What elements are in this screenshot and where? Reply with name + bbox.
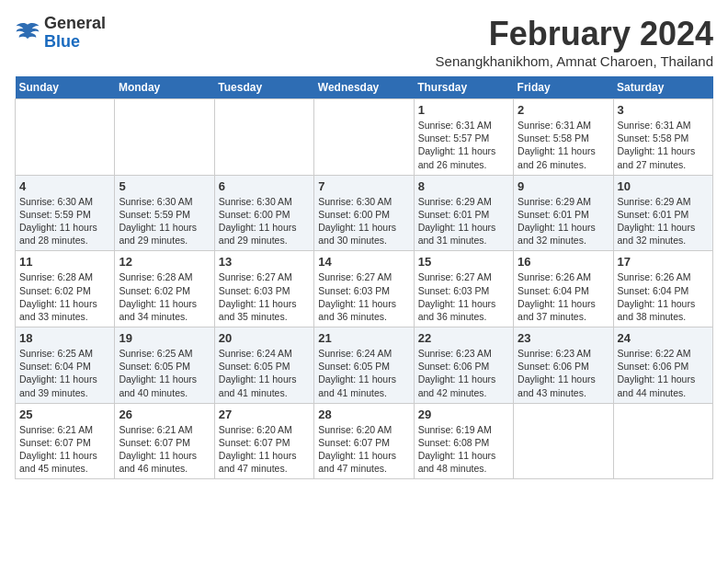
calendar-cell: 25Sunrise: 6:21 AM Sunset: 6:07 PM Dayli… <box>16 403 115 479</box>
cell-sun-info: Sunrise: 6:21 AM Sunset: 6:07 PM Dayligh… <box>19 423 110 476</box>
cell-sun-info: Sunrise: 6:29 AM Sunset: 6:01 PM Dayligh… <box>518 195 609 247</box>
cell-date-number: 7 <box>318 179 409 193</box>
calendar-week-row: 11Sunrise: 6:28 AM Sunset: 6:02 PM Dayli… <box>16 251 713 327</box>
cell-date-number: 12 <box>119 255 210 269</box>
calendar-cell: 27Sunrise: 6:20 AM Sunset: 6:07 PM Dayli… <box>214 403 313 479</box>
cell-sun-info: Sunrise: 6:27 AM Sunset: 6:03 PM Dayligh… <box>418 270 509 323</box>
cell-date-number: 5 <box>119 179 210 193</box>
calendar-cell: 8Sunrise: 6:29 AM Sunset: 6:01 PM Daylig… <box>414 175 513 251</box>
weekday-header-sunday: Sunday <box>16 76 115 99</box>
weekday-header-monday: Monday <box>115 76 214 99</box>
calendar-cell <box>314 99 414 176</box>
calendar-cell: 13Sunrise: 6:27 AM Sunset: 6:03 PM Dayli… <box>214 251 313 327</box>
calendar-week-row: 25Sunrise: 6:21 AM Sunset: 6:07 PM Dayli… <box>16 403 713 479</box>
calendar-cell: 6Sunrise: 6:30 AM Sunset: 6:00 PM Daylig… <box>214 175 313 251</box>
cell-sun-info: Sunrise: 6:24 AM Sunset: 6:05 PM Dayligh… <box>219 347 310 399</box>
cell-sun-info: Sunrise: 6:30 AM Sunset: 5:59 PM Dayligh… <box>19 195 110 247</box>
calendar-cell: 17Sunrise: 6:26 AM Sunset: 6:04 PM Dayli… <box>613 251 712 327</box>
weekday-header-tuesday: Tuesday <box>214 76 313 99</box>
cell-date-number: 18 <box>19 331 110 345</box>
calendar-cell: 9Sunrise: 6:29 AM Sunset: 6:01 PM Daylig… <box>514 175 613 251</box>
cell-date-number: 17 <box>618 255 709 269</box>
cell-date-number: 14 <box>318 255 409 269</box>
page-header: General Blue February 2024 Senangkhanikh… <box>15 15 713 69</box>
calendar-cell: 5Sunrise: 6:30 AM Sunset: 5:59 PM Daylig… <box>115 175 214 251</box>
cell-sun-info: Sunrise: 6:20 AM Sunset: 6:07 PM Dayligh… <box>318 423 409 476</box>
calendar-cell: 19Sunrise: 6:25 AM Sunset: 6:05 PM Dayli… <box>115 327 214 404</box>
cell-sun-info: Sunrise: 6:31 AM Sunset: 5:57 PM Dayligh… <box>418 119 509 171</box>
calendar-cell: 4Sunrise: 6:30 AM Sunset: 5:59 PM Daylig… <box>16 175 115 251</box>
calendar-cell: 26Sunrise: 6:21 AM Sunset: 6:07 PM Dayli… <box>115 403 214 479</box>
cell-sun-info: Sunrise: 6:31 AM Sunset: 5:58 PM Dayligh… <box>518 119 609 171</box>
cell-sun-info: Sunrise: 6:30 AM Sunset: 6:00 PM Dayligh… <box>219 195 310 247</box>
cell-sun-info: Sunrise: 6:26 AM Sunset: 6:04 PM Dayligh… <box>618 270 709 323</box>
cell-sun-info: Sunrise: 6:30 AM Sunset: 5:59 PM Dayligh… <box>119 195 210 247</box>
calendar-week-row: 4Sunrise: 6:30 AM Sunset: 5:59 PM Daylig… <box>16 175 713 251</box>
cell-date-number: 4 <box>19 179 110 193</box>
cell-date-number: 28 <box>318 408 409 421</box>
cell-date-number: 24 <box>618 331 709 345</box>
calendar-cell <box>115 99 214 176</box>
calendar-cell: 14Sunrise: 6:27 AM Sunset: 6:03 PM Dayli… <box>314 251 414 327</box>
calendar-cell: 29Sunrise: 6:19 AM Sunset: 6:08 PM Dayli… <box>414 403 513 479</box>
cell-date-number: 21 <box>318 331 409 345</box>
calendar-cell: 15Sunrise: 6:27 AM Sunset: 6:03 PM Dayli… <box>414 251 513 327</box>
cell-sun-info: Sunrise: 6:27 AM Sunset: 6:03 PM Dayligh… <box>219 270 310 323</box>
weekday-header-friday: Friday <box>514 76 613 99</box>
calendar-week-row: 18Sunrise: 6:25 AM Sunset: 6:04 PM Dayli… <box>16 327 713 404</box>
calendar-cell <box>214 99 313 176</box>
calendar-cell: 10Sunrise: 6:29 AM Sunset: 6:01 PM Dayli… <box>613 175 712 251</box>
cell-date-number: 25 <box>19 408 110 421</box>
cell-sun-info: Sunrise: 6:25 AM Sunset: 6:04 PM Dayligh… <box>19 347 110 399</box>
calendar-cell <box>613 403 712 479</box>
cell-date-number: 9 <box>518 179 609 193</box>
cell-date-number: 15 <box>418 255 509 269</box>
cell-sun-info: Sunrise: 6:24 AM Sunset: 6:05 PM Dayligh… <box>318 347 409 399</box>
cell-date-number: 6 <box>219 179 310 193</box>
weekday-header-saturday: Saturday <box>613 76 712 99</box>
cell-date-number: 16 <box>518 255 609 269</box>
calendar-cell: 18Sunrise: 6:25 AM Sunset: 6:04 PM Dayli… <box>16 327 115 404</box>
cell-date-number: 19 <box>119 331 210 345</box>
cell-date-number: 20 <box>219 331 310 345</box>
month-year-title: February 2024 <box>436 15 713 53</box>
cell-date-number: 26 <box>119 408 210 421</box>
cell-sun-info: Sunrise: 6:29 AM Sunset: 6:01 PM Dayligh… <box>418 195 509 247</box>
calendar-cell: 23Sunrise: 6:23 AM Sunset: 6:06 PM Dayli… <box>514 327 613 404</box>
cell-sun-info: Sunrise: 6:22 AM Sunset: 6:06 PM Dayligh… <box>618 347 709 399</box>
calendar-cell <box>16 99 115 176</box>
calendar-cell: 7Sunrise: 6:30 AM Sunset: 6:00 PM Daylig… <box>314 175 414 251</box>
cell-date-number: 13 <box>219 255 310 269</box>
cell-sun-info: Sunrise: 6:23 AM Sunset: 6:06 PM Dayligh… <box>418 347 509 399</box>
calendar-cell: 24Sunrise: 6:22 AM Sunset: 6:06 PM Dayli… <box>613 327 712 404</box>
calendar-cell: 28Sunrise: 6:20 AM Sunset: 6:07 PM Dayli… <box>314 403 414 479</box>
cell-sun-info: Sunrise: 6:28 AM Sunset: 6:02 PM Dayligh… <box>19 270 110 323</box>
cell-sun-info: Sunrise: 6:25 AM Sunset: 6:05 PM Dayligh… <box>119 347 210 399</box>
cell-sun-info: Sunrise: 6:21 AM Sunset: 6:07 PM Dayligh… <box>119 423 210 476</box>
cell-date-number: 23 <box>518 331 609 345</box>
calendar-cell: 11Sunrise: 6:28 AM Sunset: 6:02 PM Dayli… <box>16 251 115 327</box>
cell-date-number: 22 <box>418 331 509 345</box>
cell-sun-info: Sunrise: 6:23 AM Sunset: 6:06 PM Dayligh… <box>518 347 609 399</box>
calendar-cell: 1Sunrise: 6:31 AM Sunset: 5:57 PM Daylig… <box>414 99 513 176</box>
title-block: February 2024 Senangkhanikhom, Amnat Cha… <box>436 15 713 69</box>
cell-date-number: 3 <box>618 103 709 117</box>
weekday-header-row: SundayMondayTuesdayWednesdayThursdayFrid… <box>16 76 713 99</box>
cell-sun-info: Sunrise: 6:28 AM Sunset: 6:02 PM Dayligh… <box>119 270 210 323</box>
cell-sun-info: Sunrise: 6:26 AM Sunset: 6:04 PM Dayligh… <box>518 270 609 323</box>
weekday-header-thursday: Thursday <box>414 76 513 99</box>
cell-date-number: 11 <box>19 255 110 269</box>
cell-sun-info: Sunrise: 6:20 AM Sunset: 6:07 PM Dayligh… <box>219 423 310 476</box>
calendar-cell: 16Sunrise: 6:26 AM Sunset: 6:04 PM Dayli… <box>514 251 613 327</box>
cell-sun-info: Sunrise: 6:30 AM Sunset: 6:00 PM Dayligh… <box>318 195 409 247</box>
weekday-header-wednesday: Wednesday <box>314 76 414 99</box>
calendar-cell <box>514 403 613 479</box>
cell-sun-info: Sunrise: 6:19 AM Sunset: 6:08 PM Dayligh… <box>418 423 509 476</box>
logo: General Blue <box>15 15 106 52</box>
calendar-cell: 20Sunrise: 6:24 AM Sunset: 6:05 PM Dayli… <box>214 327 313 404</box>
calendar-cell: 12Sunrise: 6:28 AM Sunset: 6:02 PM Dayli… <box>115 251 214 327</box>
cell-date-number: 27 <box>219 408 310 421</box>
cell-sun-info: Sunrise: 6:27 AM Sunset: 6:03 PM Dayligh… <box>318 270 409 323</box>
calendar-cell: 2Sunrise: 6:31 AM Sunset: 5:58 PM Daylig… <box>514 99 613 176</box>
logo-text: General Blue <box>44 15 106 52</box>
